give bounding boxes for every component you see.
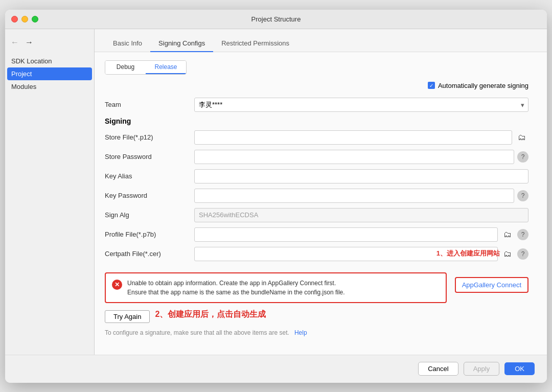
title-bar: Project Structure	[5, 10, 547, 29]
forward-arrow[interactable]: →	[24, 37, 35, 48]
certpath-file-label: Certpath File(*.cer)	[105, 250, 194, 258]
store-password-label: Store Password	[105, 153, 194, 160]
tab-restricted-permissions[interactable]: Restricted Permissions	[213, 35, 297, 52]
back-arrow[interactable]: ←	[9, 37, 20, 48]
cancel-button[interactable]: Cancel	[418, 362, 458, 376]
footer-help-text: To configure a signature, make sure that…	[105, 329, 289, 336]
annotation-2: 2、创建应用后，点击自动生成	[155, 309, 266, 320]
team-select-wrap: 李灵**** ▾	[194, 98, 528, 112]
sign-alg-input-wrap	[194, 208, 528, 222]
window-title: Project Structure	[251, 15, 301, 23]
team-row: Team 李灵**** ▾	[105, 98, 528, 112]
panel: Debug Release Automatically generate sig…	[95, 52, 547, 355]
profile-file-label: Profile File(*.p7b)	[105, 230, 194, 238]
key-password-input-wrap: ?	[194, 189, 528, 203]
error-text: Unable to obtain app information. Create…	[127, 279, 345, 297]
error-icon: ✕	[112, 280, 122, 290]
sidebar-item-sdk-location[interactable]: SDK Location	[5, 55, 94, 67]
sidebar-item-project[interactable]: Project	[7, 67, 92, 80]
bottom-bar: Cancel Apply OK	[5, 355, 547, 383]
sign-alg-row: Sign Alg	[105, 208, 528, 222]
team-input-wrap: 李灵**** ▾	[194, 98, 528, 112]
try-again-button[interactable]: Try Again	[105, 310, 150, 323]
profile-file-input-wrap: 🗂 ?	[194, 227, 528, 242]
sidebar-item-modules[interactable]: Modules	[5, 80, 94, 93]
key-password-input[interactable]	[194, 189, 514, 203]
key-alias-row: Key Alias	[105, 169, 528, 183]
store-file-input[interactable]	[194, 130, 512, 145]
store-file-row: Store File(*.p12) 🗂	[105, 130, 528, 145]
tab-basic-info[interactable]: Basic Info	[105, 35, 150, 52]
store-password-row: Store Password ?	[105, 150, 528, 164]
error-section: ✕ Unable to obtain app information. Crea…	[105, 272, 447, 303]
team-select[interactable]: 李灵****	[194, 98, 528, 112]
store-password-input-wrap: ?	[194, 150, 528, 164]
footer-help-row: To configure a signature, make sure that…	[105, 329, 528, 336]
store-file-label: Store File(*.p12)	[105, 133, 194, 141]
content-area: Basic Info Signing Configs Restricted Pe…	[95, 29, 547, 355]
key-alias-label: Key Alias	[105, 172, 194, 180]
profile-file-input[interactable]	[194, 227, 498, 242]
apply-button: Apply	[464, 362, 500, 376]
traffic-lights	[11, 16, 38, 22]
appgallery-connect-button[interactable]: AppGallery Connect	[455, 277, 528, 293]
key-password-label: Key Password	[105, 192, 194, 199]
minimize-button[interactable]	[21, 16, 28, 22]
main-content: ← → SDK Location Project Modules Basic I…	[5, 29, 547, 355]
panel-inner: Debug Release Automatically generate sig…	[105, 60, 537, 336]
key-alias-input-wrap	[194, 169, 528, 183]
sidebar: ← → SDK Location Project Modules	[5, 29, 95, 355]
annotation-1: 1、进入创建应用网站	[436, 249, 500, 258]
sub-tabs: Debug Release	[105, 60, 187, 75]
auto-sign-label: Automatically generate signing	[438, 82, 528, 89]
try-again-container: Try Again 2、创建应用后，点击自动生成	[105, 306, 528, 323]
error-message: Unable to obtain app information. Create…	[127, 279, 345, 297]
sub-tab-debug[interactable]: Debug	[105, 61, 146, 74]
store-file-browse-icon[interactable]: 🗂	[515, 131, 528, 144]
key-password-row: Key Password ?	[105, 189, 528, 203]
certpath-file-browse-icon[interactable]: 🗂	[501, 247, 514, 261]
sign-alg-label: Sign Alg	[105, 211, 194, 219]
key-password-help-icon[interactable]: ?	[517, 190, 528, 201]
store-password-input[interactable]	[194, 150, 514, 164]
certpath-file-row: Certpath File(*.cer) 🗂 ? 1、进入创建应用网站	[105, 247, 528, 261]
tab-signing-configs[interactable]: Signing Configs	[150, 35, 213, 52]
profile-file-help-icon[interactable]: ?	[517, 229, 528, 240]
sub-tab-release[interactable]: Release	[146, 61, 186, 74]
auto-sign-row: Automatically generate signing	[105, 82, 528, 89]
close-button[interactable]	[11, 16, 18, 22]
certpath-file-help-icon[interactable]: ?	[517, 248, 528, 260]
sidebar-nav: ← →	[5, 34, 94, 51]
maximize-button[interactable]	[32, 16, 38, 22]
store-password-help-icon[interactable]: ?	[517, 151, 528, 163]
help-link[interactable]: Help	[294, 329, 307, 336]
tabs-bar: Basic Info Signing Configs Restricted Pe…	[95, 29, 547, 52]
store-file-input-wrap: 🗂	[194, 130, 528, 145]
profile-file-browse-icon[interactable]: 🗂	[501, 228, 514, 241]
team-label: Team	[105, 101, 194, 108]
ok-button[interactable]: OK	[504, 362, 535, 375]
signing-section-title: Signing	[105, 117, 528, 125]
sign-alg-input	[194, 208, 528, 222]
certpath-file-input-wrap: 🗂 ? 1、进入创建应用网站	[194, 247, 528, 261]
key-alias-input[interactable]	[194, 169, 528, 183]
profile-file-row: Profile File(*.p7b) 🗂 ?	[105, 227, 528, 242]
auto-sign-checkbox[interactable]	[428, 82, 435, 89]
project-structure-window: Project Structure ← → SDK Location Proje…	[5, 10, 547, 383]
